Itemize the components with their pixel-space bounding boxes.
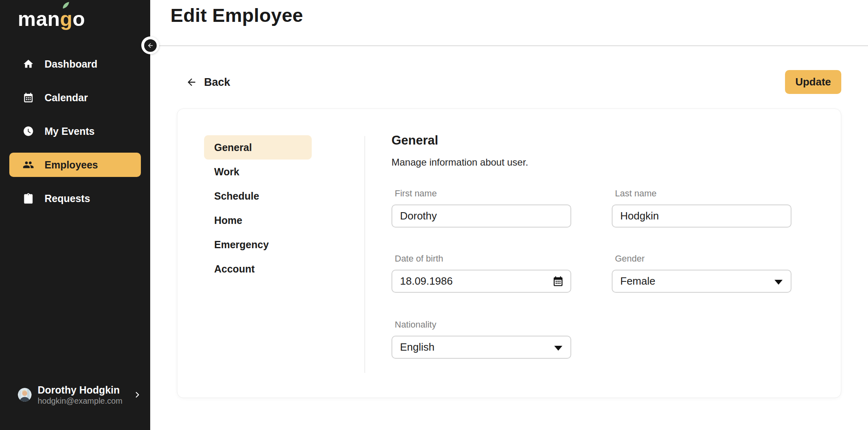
tab-schedule[interactable]: Schedule <box>204 184 312 208</box>
logo-letter-g: g <box>60 8 72 30</box>
brand-logo[interactable]: mango <box>18 7 85 31</box>
last-name-label: Last name <box>615 188 791 199</box>
sidebar-item-requests[interactable]: Requests <box>9 186 141 211</box>
clipboard-icon <box>23 193 34 204</box>
profile[interactable]: Dorothy Hodgkin hodgkin@example.com <box>18 384 141 406</box>
back-button[interactable]: Back <box>186 74 230 91</box>
logo-text-post: o <box>72 8 85 30</box>
home-icon <box>23 58 34 70</box>
back-label: Back <box>204 76 230 89</box>
caret-down-icon <box>554 346 562 351</box>
nationality-label: Nationality <box>395 319 571 330</box>
nationality-value: English <box>400 341 434 353</box>
gender-field: Gender Female <box>612 253 791 293</box>
caret-down-icon <box>774 280 783 285</box>
gender-label: Gender <box>615 253 791 264</box>
sidebar-item-calendar[interactable]: Calendar <box>9 85 141 110</box>
first-name-input[interactable] <box>391 204 571 228</box>
gender-value: Female <box>620 275 655 287</box>
back-arrow-icon <box>186 77 197 88</box>
logo-text-pre: man <box>18 8 60 30</box>
arrow-left-icon <box>147 42 154 49</box>
sidebar-item-label: My Events <box>45 126 95 137</box>
sidebar-item-my-events[interactable]: My Events <box>9 119 141 143</box>
collapse-inner-circle <box>144 39 157 52</box>
profile-email: hodgkin@example.com <box>38 396 127 406</box>
nationality-field: Nationality English <box>391 319 571 359</box>
tabs-divider <box>364 136 365 373</box>
main-content: Edit Employee Back Update General Work S… <box>150 0 868 430</box>
sidebar-nav: Dashboard Calendar My Events Employees R… <box>0 52 150 220</box>
profile-name: Dorothy Hodgkin <box>38 384 127 396</box>
gender-select[interactable]: Female <box>612 270 791 293</box>
app-root: mango Dashboard Calendar My Events Emplo… <box>0 0 868 430</box>
tab-list: General Work Schedule Home Emergency Acc… <box>204 135 312 281</box>
date-of-birth-input[interactable] <box>391 270 571 293</box>
last-name-input[interactable] <box>612 204 791 228</box>
people-icon <box>23 159 34 170</box>
profile-text: Dorothy Hodgkin hodgkin@example.com <box>38 384 127 406</box>
calendar-icon <box>23 92 34 103</box>
header-divider <box>150 45 868 46</box>
section-title: General <box>391 133 438 148</box>
last-name-field: Last name <box>612 188 791 228</box>
tab-home[interactable]: Home <box>204 208 312 232</box>
tab-account[interactable]: Account <box>204 257 312 281</box>
sidebar-collapse-button[interactable] <box>141 36 159 54</box>
sidebar-item-label: Employees <box>45 159 98 171</box>
nationality-select[interactable]: English <box>391 336 571 359</box>
first-name-field: First name <box>391 188 571 228</box>
sidebar-item-label: Dashboard <box>45 58 98 70</box>
tab-general[interactable]: General <box>204 135 312 160</box>
tab-emergency[interactable]: Emergency <box>204 232 312 257</box>
clock-icon <box>23 126 34 137</box>
page-title: Edit Employee <box>170 4 303 26</box>
date-of-birth-field: Date of birth <box>391 253 571 293</box>
sidebar-item-dashboard[interactable]: Dashboard <box>9 52 141 76</box>
sidebar: mango Dashboard Calendar My Events Emplo… <box>0 0 150 430</box>
first-name-label: First name <box>395 188 571 199</box>
edit-employee-card: General Work Schedule Home Emergency Acc… <box>177 109 841 398</box>
chevron-right-icon <box>133 391 141 399</box>
sidebar-item-label: Calendar <box>45 92 88 104</box>
section-subtitle: Manage information about user. <box>391 157 528 168</box>
sidebar-item-label: Requests <box>45 193 90 204</box>
sidebar-item-employees[interactable]: Employees <box>9 153 141 177</box>
date-of-birth-label: Date of birth <box>395 253 571 264</box>
tab-work[interactable]: Work <box>204 160 312 184</box>
avatar <box>18 388 32 402</box>
update-button[interactable]: Update <box>785 70 841 94</box>
